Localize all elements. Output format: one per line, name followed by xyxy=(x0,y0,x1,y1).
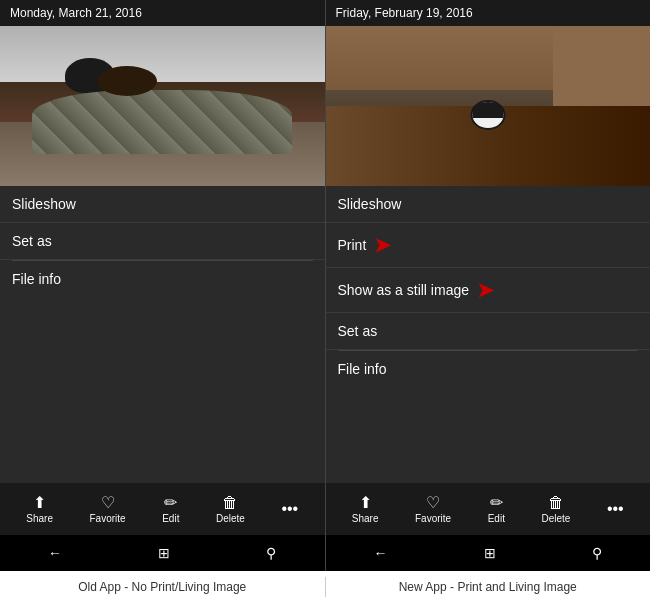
right-date: Friday, February 19, 2016 xyxy=(326,0,651,26)
right-favorite-button[interactable]: ♡ Favorite xyxy=(415,495,451,524)
left-delete-button[interactable]: 🗑 Delete xyxy=(216,495,245,524)
left-share-button[interactable]: ⬆ Share xyxy=(26,495,53,524)
right-more-button[interactable]: ••• xyxy=(607,501,624,517)
left-favorite-button[interactable]: ♡ Favorite xyxy=(90,495,126,524)
right-photo xyxy=(326,26,651,186)
phones-row: Monday, March 21, 2016 Slideshow Set as xyxy=(0,0,650,571)
edit-icon-right: ✏ xyxy=(490,495,503,511)
left-home-icon[interactable]: ⊞ xyxy=(158,545,170,561)
favorite-icon-right: ♡ xyxy=(426,495,440,511)
main-container: Monday, March 21, 2016 Slideshow Set as xyxy=(0,0,650,603)
right-caption: New App - Print and Living Image xyxy=(326,580,651,594)
share-icon: ⬆ xyxy=(33,495,46,511)
edit-label-right: Edit xyxy=(488,513,505,524)
right-back-icon[interactable]: ← xyxy=(374,545,388,561)
left-menu: Slideshow Set as File info xyxy=(0,186,325,483)
caption-row: Old App - No Print/Living Image New App … xyxy=(0,571,650,603)
delete-label-right: Delete xyxy=(541,513,570,524)
print-arrow-icon: ➤ xyxy=(374,233,391,257)
right-stillimage-item[interactable]: Show as a still image ➤ xyxy=(326,268,651,313)
more-icon-right: ••• xyxy=(607,501,624,517)
cat-image xyxy=(326,26,651,186)
left-date: Monday, March 21, 2016 xyxy=(0,0,325,26)
left-search-icon[interactable]: ⚲ xyxy=(266,545,276,561)
share-label-right: Share xyxy=(352,513,379,524)
right-setas-item[interactable]: Set as xyxy=(326,313,651,350)
right-slideshow-item[interactable]: Slideshow xyxy=(326,186,651,223)
favorite-icon: ♡ xyxy=(101,495,115,511)
more-icon: ••• xyxy=(281,501,298,517)
right-phone: Friday, February 19, 2016 Slideshow Prin… xyxy=(326,0,651,571)
right-toolbar: ⬆ Share ♡ Favorite ✏ Edit 🗑 Delete ••• xyxy=(326,483,651,535)
right-fileinfo-item[interactable]: File info xyxy=(326,351,651,387)
left-caption: Old App - No Print/Living Image xyxy=(0,580,325,594)
edit-label: Edit xyxy=(162,513,179,524)
right-edit-button[interactable]: ✏ Edit xyxy=(488,495,505,524)
right-home-icon[interactable]: ⊞ xyxy=(484,545,496,561)
share-label: Share xyxy=(26,513,53,524)
left-navbar: ← ⊞ ⚲ xyxy=(0,535,325,571)
right-share-button[interactable]: ⬆ Share xyxy=(352,495,379,524)
left-edit-button[interactable]: ✏ Edit xyxy=(162,495,179,524)
delete-icon-right: 🗑 xyxy=(548,495,564,511)
share-icon-right: ⬆ xyxy=(359,495,372,511)
right-search-icon[interactable]: ⚲ xyxy=(592,545,602,561)
left-more-button[interactable]: ••• xyxy=(281,501,298,517)
turtle-image xyxy=(0,26,325,186)
favorite-label: Favorite xyxy=(90,513,126,524)
right-delete-button[interactable]: 🗑 Delete xyxy=(541,495,570,524)
right-print-item[interactable]: Print ➤ xyxy=(326,223,651,268)
right-menu: Slideshow Print ➤ Show as a still image … xyxy=(326,186,651,483)
left-fileinfo-item[interactable]: File info xyxy=(0,261,325,297)
delete-icon: 🗑 xyxy=(222,495,238,511)
left-photo xyxy=(0,26,325,186)
left-phone: Monday, March 21, 2016 Slideshow Set as xyxy=(0,0,326,571)
favorite-label-right: Favorite xyxy=(415,513,451,524)
left-slideshow-item[interactable]: Slideshow xyxy=(0,186,325,223)
stillimage-arrow-icon: ➤ xyxy=(477,278,494,302)
delete-label: Delete xyxy=(216,513,245,524)
right-navbar: ← ⊞ ⚲ xyxy=(326,535,651,571)
left-setas-item[interactable]: Set as xyxy=(0,223,325,260)
left-toolbar: ⬆ Share ♡ Favorite ✏ Edit 🗑 Delete ••• xyxy=(0,483,325,535)
left-back-icon[interactable]: ← xyxy=(48,545,62,561)
edit-icon: ✏ xyxy=(164,495,177,511)
